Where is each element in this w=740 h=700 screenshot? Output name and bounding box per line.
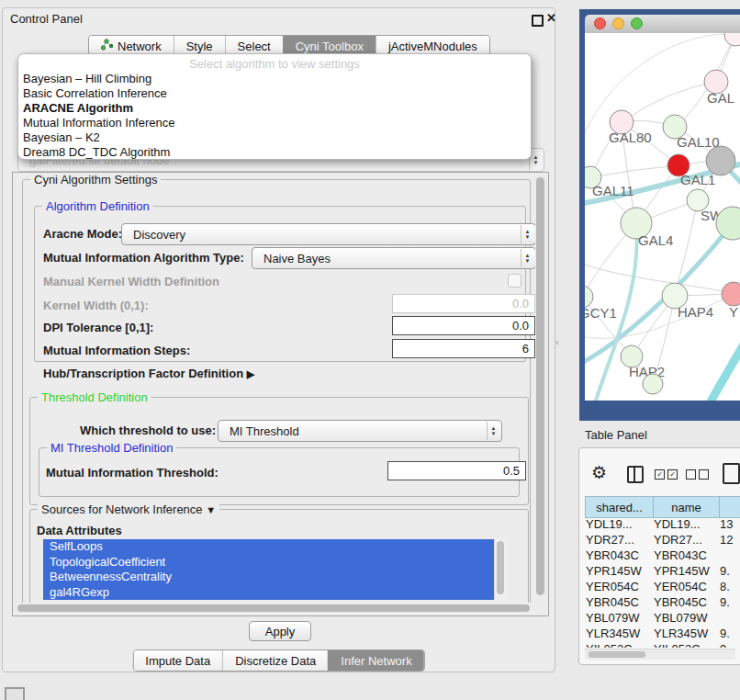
vertical-scrollbar[interactable] [535, 175, 546, 603]
dpi-tolerance-input[interactable]: 0.0 [392, 316, 535, 335]
close-traffic-light[interactable] [594, 17, 606, 29]
node-label: Y [729, 304, 738, 320]
algorithm-option[interactable]: ARACNE Algorithm [18, 101, 531, 116]
algorithm-option[interactable]: Bayesian – Hill Climbing [18, 72, 531, 86]
close-icon[interactable]: ✕ [546, 11, 556, 25]
aracne-mode-label: Aracne Mode: [43, 227, 122, 241]
network-edge[interactable] [585, 263, 734, 294]
gear-icon[interactable]: ⚙ [591, 462, 607, 483]
stepper-icon: ▲▼ [521, 225, 533, 243]
column-header-third[interactable]: A [720, 497, 740, 518]
node-label: GAL4 [638, 232, 673, 248]
table-panel-title: Table Panel [585, 428, 647, 442]
mi-type-label: Mutual Information Algorithm Type: [43, 251, 244, 265]
select-all-checkbox-icon[interactable]: ✓ [667, 469, 678, 480]
export-table-icon[interactable] [723, 463, 740, 484]
table-row[interactable]: YDL19...YDL19...13 [585, 516, 740, 532]
collapse-arrow-icon: ▼ [206, 504, 216, 515]
kernel-width-label: Kernel Width (0,1): [43, 299, 149, 312]
mi-threshold-input[interactable]: 0.5 [387, 461, 526, 480]
network-edge[interactable] [590, 165, 678, 177]
column-header-shared-name[interactable]: shared... [586, 497, 654, 518]
manual-kernel-label: Manual Kernel Width Definition [43, 275, 219, 288]
scrollbar-thumb[interactable] [536, 177, 544, 595]
network-canvas[interactable]: GALGAL80GAL10GAL1GAL11SWI4GAL4GCY1HAP4YH… [585, 33, 740, 401]
data-attributes-label: Data Attributes [37, 524, 122, 537]
stepper-icon: ▲▼ [521, 249, 533, 267]
tab-impute-data[interactable]: Impute Data [133, 650, 222, 671]
aracne-mode-combo[interactable]: Discovery ▲▼ [121, 223, 536, 245]
kernel-width-input[interactable]: 0.0 [392, 294, 535, 313]
network-view-window: GALGAL80GAL10GAL1GAL11SWI4GAL4GCY1HAP4YH… [579, 9, 740, 421]
dpi-tolerance-label: DPI Tolerance [0,1]: [43, 321, 153, 334]
stepper-icon: ▲▼ [487, 422, 499, 440]
horizontal-scrollbar[interactable] [15, 603, 534, 614]
data-attribute-item[interactable]: BetweennessCentrality [43, 570, 507, 585]
mi-steps-label: Mutual Information Steps: [43, 344, 190, 357]
panel-title: Control Panel [10, 12, 83, 26]
column-split-icon[interactable] [627, 466, 644, 483]
deselect-all-checkbox-icon[interactable] [699, 469, 709, 480]
which-threshold-combo[interactable]: MI Threshold ▲▼ [218, 420, 502, 442]
algorithm-option[interactable]: Basic Correlation Inference [18, 86, 531, 101]
table-row[interactable]: YBL079WYBL079W [585, 610, 740, 626]
table-row[interactable]: YER054CYER054C8. [585, 579, 740, 594]
minimized-panel-icon[interactable] [5, 687, 25, 700]
select-all-checkbox-icon[interactable]: ✓ [655, 469, 665, 480]
deselect-all-checkbox-icon[interactable] [686, 469, 696, 480]
node-label: GAL1 [680, 172, 715, 187]
table-row[interactable]: YDR27...YDR27...12 [585, 532, 740, 548]
algorithm-option[interactable]: Bayesian – K2 [18, 130, 531, 145]
float-icon[interactable] [532, 15, 544, 27]
mi-type-combo[interactable]: Naive Bayes ▲▼ [252, 247, 536, 269]
node-label: GAL [707, 90, 734, 106]
node-table-rows: YDL19...YDL19...13YDR27...YDR27...12YBR0… [585, 516, 740, 648]
table-row[interactable]: YIL052CYIL052C9 [585, 641, 740, 648]
table-row[interactable]: YLR345WYLR345W9. [585, 626, 740, 641]
column-header-name[interactable]: name [654, 497, 720, 518]
data-attribute-item[interactable]: TopologicalCoefficient [43, 555, 507, 570]
data-attributes-list: SelfLoopsTopologicalCoefficientBetweenne… [43, 539, 507, 600]
node-label: GCY1 [585, 305, 617, 321]
splitter-handle[interactable]: ‹ [555, 336, 559, 347]
data-attribute-item[interactable]: SelfLoops [43, 539, 507, 555]
tab-discretize-data[interactable]: Discretize Data [222, 650, 328, 671]
algorithm-dropdown-list: Bayesian – Hill ClimbingBasic Correlatio… [18, 72, 531, 160]
bottom-tab-bar: Impute Data Discretize Data Infer Networ… [132, 649, 424, 672]
which-threshold-label: Which threshold to use: [80, 423, 216, 437]
table-panel: ⚙ ✓ ✓ shared... name A YDL19...YDL19...1… [578, 447, 740, 665]
network-window-titlebar[interactable] [585, 15, 740, 34]
hub-section-toggle[interactable]: Hub/Transcription Factor Definition ▶ [43, 367, 254, 380]
network-node[interactable] [724, 33, 740, 46]
table-row[interactable]: YBR045CYBR045C9. [585, 594, 740, 610]
mi-threshold-label: Mutual Information Threshold: [46, 466, 219, 480]
table-horizontal-scrollbar[interactable] [585, 649, 735, 660]
tab-infer-network[interactable]: Infer Network [328, 650, 423, 671]
network-node[interactable] [643, 374, 663, 394]
network-icon [101, 39, 113, 53]
scrollbar-thumb[interactable] [17, 604, 530, 612]
settings-scroll-area: Cyni Algorithm Settings Algorithm Defini… [12, 172, 549, 616]
apply-button[interactable]: Apply [249, 621, 311, 641]
sources-toggle[interactable]: Sources for Network Inference [41, 502, 203, 516]
network-node-y[interactable] [722, 282, 740, 306]
node-table-header: shared... name A [585, 496, 740, 518]
algorithm-dropdown: Select algorithm to view settings Bayesi… [17, 53, 532, 160]
table-row[interactable]: YBR043CYBR043C [585, 548, 740, 563]
table-row[interactable]: YPR145WYPR145W9. [585, 563, 740, 579]
network-edge[interactable] [710, 325, 740, 401]
algorithm-option[interactable]: Mutual Information Inference [18, 116, 531, 130]
node-label: GAL11 [592, 183, 634, 198]
network-edge[interactable] [675, 200, 698, 296]
mi-steps-input[interactable]: 6 [392, 339, 535, 358]
zoom-traffic-light[interactable] [631, 17, 643, 29]
node-label: HAP4 [678, 304, 713, 320]
data-attribute-item[interactable]: gal4RGexp [43, 585, 507, 601]
dropdown-placeholder: Select algorithm to view settings [18, 57, 531, 72]
attributes-scrollbar[interactable] [494, 539, 507, 600]
scrollbar-thumb[interactable] [589, 651, 645, 658]
algorithm-option[interactable]: Dream8 DC_TDC Algorithm [18, 145, 531, 160]
manual-kernel-checkbox[interactable] [508, 274, 521, 288]
minimize-traffic-light[interactable] [612, 17, 624, 29]
node-table-body: YDL19...YDL19...13YDR27...YDR27...12YBR0… [585, 516, 740, 648]
